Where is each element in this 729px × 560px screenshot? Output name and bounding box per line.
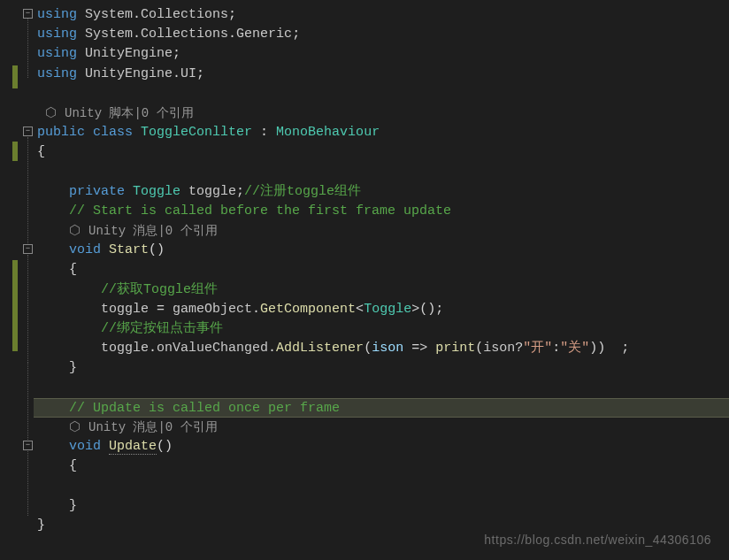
change-marker: [12, 65, 18, 88]
code-line: toggle = gameObject.GetComponent<Toggle>…: [34, 300, 729, 319]
codelens[interactable]: ⬡ Unity 消息|0 个引用: [34, 221, 729, 241]
gutter: − − − −: [0, 0, 34, 560]
code-line: [34, 379, 729, 398]
code-editor: − − − − using System.Collections; using …: [0, 0, 729, 560]
fold-guide: [27, 137, 28, 243]
fold-toggle[interactable]: −: [23, 441, 33, 450]
code-line: using System.Collections;: [34, 5, 729, 25]
unity-icon: ⬡: [69, 224, 88, 239]
fold-toggle[interactable]: −: [23, 9, 33, 19]
code-line: [34, 477, 729, 496]
fold-guide: [27, 362, 28, 440]
change-marker: [12, 142, 18, 161]
code-line: [34, 163, 729, 182]
watermark: https://blog.csdn.net/weixin_44306106: [484, 533, 711, 547]
code-line: void Start(): [34, 241, 729, 260]
code-line: [34, 84, 729, 104]
fold-toggle[interactable]: −: [23, 127, 33, 136]
code-line: // Start is called before the first fram…: [34, 202, 729, 221]
code-line: using System.Collections.Generic;: [34, 25, 729, 44]
code-line: void Update(): [34, 437, 729, 456]
code-line: public class ToggleConllter : MonoBehavi…: [34, 123, 729, 142]
fold-guide: [27, 451, 28, 516]
fold-guide: [27, 255, 28, 361]
code-line: using UnityEngine;: [34, 44, 729, 64]
fold-guide: [27, 19, 28, 78]
change-marker: [12, 260, 18, 351]
code-line: //绑定按钮点击事件: [34, 319, 729, 339]
unity-icon: ⬡: [45, 106, 65, 121]
codelens[interactable]: ⬡ Unity 消息|0 个引用: [34, 418, 729, 437]
code-line: {: [34, 456, 729, 476]
unity-icon: ⬡: [69, 420, 88, 435]
codelens[interactable]: ⬡ Unity 脚本|0 个引用: [34, 104, 729, 123]
fold-toggle[interactable]: −: [23, 244, 33, 254]
code-line: {: [34, 142, 729, 162]
code-area[interactable]: using System.Collections; using System.C…: [34, 0, 729, 560]
code-line: }: [34, 496, 729, 516]
current-line: // Update is called once per frame: [34, 398, 729, 418]
code-line: {: [34, 260, 729, 280]
code-line: private Toggle toggle;//注册toggle组件: [34, 182, 729, 202]
code-line: toggle.onValueChanged.AddListener(ison =…: [34, 339, 729, 358]
code-line: }: [34, 358, 729, 378]
code-line: //获取Toggle组件: [34, 280, 729, 300]
code-line: using UnityEngine.UI;: [34, 65, 729, 84]
